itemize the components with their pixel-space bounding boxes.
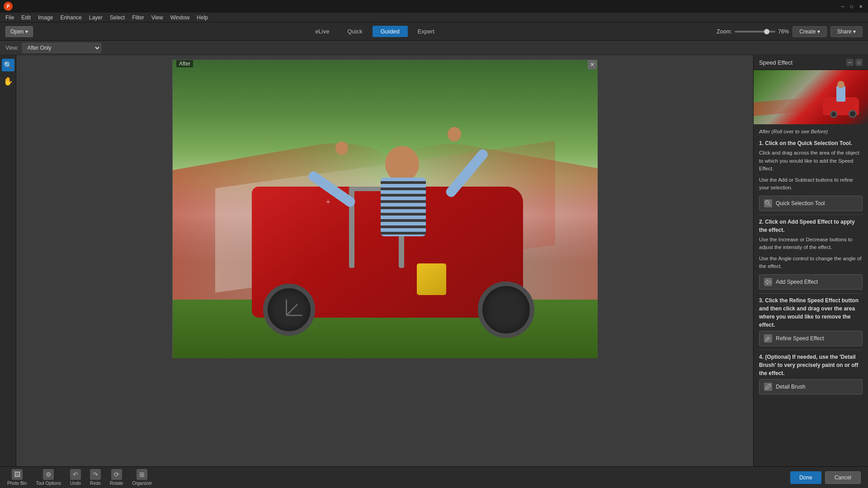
section-divider-2 [759,293,863,294]
step1-refine: Use the Add or Subtract buttons to refin… [759,176,863,192]
app-logo: P [4,2,13,11]
cancel-button[interactable]: Cancel [825,471,861,484]
panel-content: After (Roll over to see Before) 1. Click… [754,124,868,466]
detail-brush-button[interactable]: Detail Brush [759,379,863,394]
organizer-label: Organizer [132,481,152,486]
window-controls: ─ □ ✕ [839,3,864,10]
panel-minimize-icon[interactable]: ─ [846,59,854,66]
tab-elive[interactable]: eLive [307,26,337,37]
tab-quick[interactable]: Quick [339,26,370,37]
menu-file[interactable]: File [2,14,18,22]
tab-guided[interactable]: Guided [373,26,408,37]
svg-point-4 [765,339,767,341]
share-button[interactable]: Share ▾ [830,26,863,37]
canvas-area[interactable]: After ✕ [16,55,753,466]
redo-icon: ↷ [90,469,101,480]
step3-title: 3. Click the Refine Speed Effect button … [759,296,863,329]
organizer-button[interactable]: ⊞ Organizer [132,469,152,486]
main-area: 🔍 ✋ After ✕ [0,55,868,466]
title-bar: P ─ □ ✕ [0,0,868,13]
zoom-tool-button[interactable]: 🔍 [2,59,14,71]
menu-help[interactable]: Help [193,14,212,22]
main-toolbar: Open ▾ eLive Quick Guided Expert Zoom: 7… [0,23,868,41]
menu-layer[interactable]: Layer [85,14,106,22]
close-canvas-button[interactable]: ✕ [588,60,597,69]
view-label: View: [5,45,19,51]
right-panel: Speed Effect ─ □ After (Roll over to se [753,55,868,466]
hand-tool-button[interactable]: ✋ [2,75,14,88]
zoom-value: 76% [778,28,789,35]
svg-line-1 [769,204,771,206]
menu-image[interactable]: Image [34,14,57,22]
tool-options-label: Tool Options [36,481,61,486]
panel-expand-icon[interactable]: □ [855,59,863,66]
view-bar: View: After Only Before Only Before & Af… [0,41,868,55]
refine-speed-effect-button[interactable]: Refine Speed Effect [759,331,863,346]
crosshair-icon: + [326,197,330,207]
bottom-bar: 🖼 Photo Bin ⚙ Tool Options ↶ Undo ↷ Redo… [0,466,868,488]
quick-selection-button[interactable]: Quick Selection Tool [759,196,863,211]
step1-desc: Click and drag across the area of the ob… [759,149,863,173]
mode-tabs: eLive Quick Guided Expert [307,26,443,37]
done-button[interactable]: Done [790,471,821,484]
svg-point-0 [765,201,769,204]
canvas-photo: + [173,60,598,358]
tab-expert[interactable]: Expert [410,26,443,37]
menu-edit[interactable]: Edit [18,14,34,22]
step2-title: 2. Click on Add Speed Effect to apply th… [759,218,863,234]
section-divider-3 [759,350,863,350]
menu-bar: File Edit Image Enhance Layer Select Fil… [0,13,868,23]
undo-label: Undo [70,481,81,486]
photo-bin-icon: 🖼 [12,469,23,480]
rotate-label: Rotate [110,481,123,486]
menu-view[interactable]: View [148,14,167,22]
after-rollover-text: After (Roll over to see Before) [759,128,863,136]
zoom-area: Zoom: 76% [717,28,789,35]
menu-enhance[interactable]: Enhance [57,14,85,22]
tool-options-icon: ⚙ [43,469,54,480]
quick-selection-icon [764,199,772,207]
open-button[interactable]: Open ▾ [5,26,33,37]
detail-brush-icon [764,383,772,391]
tool-options-button[interactable]: ⚙ Tool Options [36,469,61,486]
step2-desc2: Use the Angle control to change the angl… [759,255,863,271]
photo-bin-label: Photo Bin [7,481,27,486]
rotate-button[interactable]: ⟳ Rotate [110,469,123,486]
refine-speed-icon [764,334,772,343]
after-label: After [176,60,193,67]
bottom-tools: 🖼 Photo Bin ⚙ Tool Options ↶ Undo ↷ Redo… [7,469,152,486]
view-dropdown[interactable]: After Only Before Only Before & After - … [22,43,101,53]
step1-title: 1. Click on the Quick Selection Tool. [759,139,863,147]
step4-title: 4. (Optional) If needed, use the 'Detail… [759,353,863,377]
close-button[interactable]: ✕ [857,3,864,10]
add-speed-effect-button[interactable]: Add Speed Effect [759,274,863,290]
redo-button[interactable]: ↷ Redo [90,469,101,486]
bottom-actions: Done Cancel [790,471,861,484]
photo-bin-button[interactable]: 🖼 Photo Bin [7,469,27,486]
panel-preview [754,70,868,124]
undo-icon: ↶ [70,469,81,480]
undo-button[interactable]: ↶ Undo [70,469,81,486]
menu-select[interactable]: Select [106,14,128,22]
maximize-button[interactable]: □ [848,3,855,10]
left-toolbar: 🔍 ✋ [0,55,16,466]
panel-title: Speed Effect [759,59,793,66]
zoom-label: Zoom: [717,28,732,35]
image-container: After ✕ [172,60,597,358]
menu-filter[interactable]: Filter [128,14,148,22]
minimize-button[interactable]: ─ [839,3,846,10]
create-button[interactable]: Create ▾ [793,26,826,37]
add-speed-icon [764,278,772,286]
logo-icon: P [4,2,13,11]
rotate-icon: ⟳ [111,469,122,480]
zoom-slider[interactable] [735,31,775,33]
preview-image [754,70,868,124]
redo-label: Redo [90,481,101,486]
step2-desc1: Use the Increase or Decrease buttons to … [759,236,863,252]
organizer-icon: ⊞ [137,469,147,480]
zoom-thumb[interactable] [764,29,769,34]
menu-window[interactable]: Window [167,14,193,22]
section-divider-1 [759,215,863,215]
panel-header: Speed Effect ─ □ [754,55,868,70]
